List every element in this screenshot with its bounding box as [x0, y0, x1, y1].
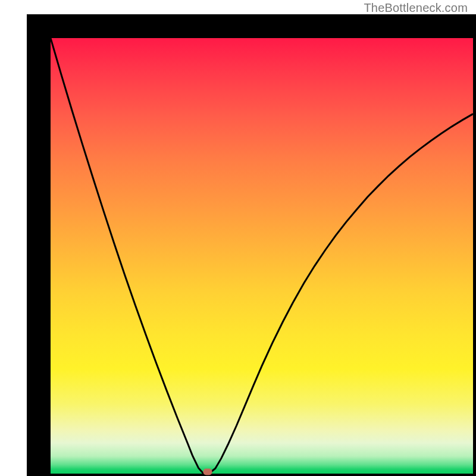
chart-frame: [3, 14, 473, 474]
attribution-text: TheBottleneck.com: [364, 1, 468, 15]
chart-root: { "attribution": "TheBottleneck.com", "c…: [0, 0, 476, 476]
optimum-marker-icon: [203, 469, 212, 475]
curve-path: [51, 38, 473, 474]
plot-area: [27, 14, 476, 476]
bottleneck-curve: [51, 38, 473, 474]
